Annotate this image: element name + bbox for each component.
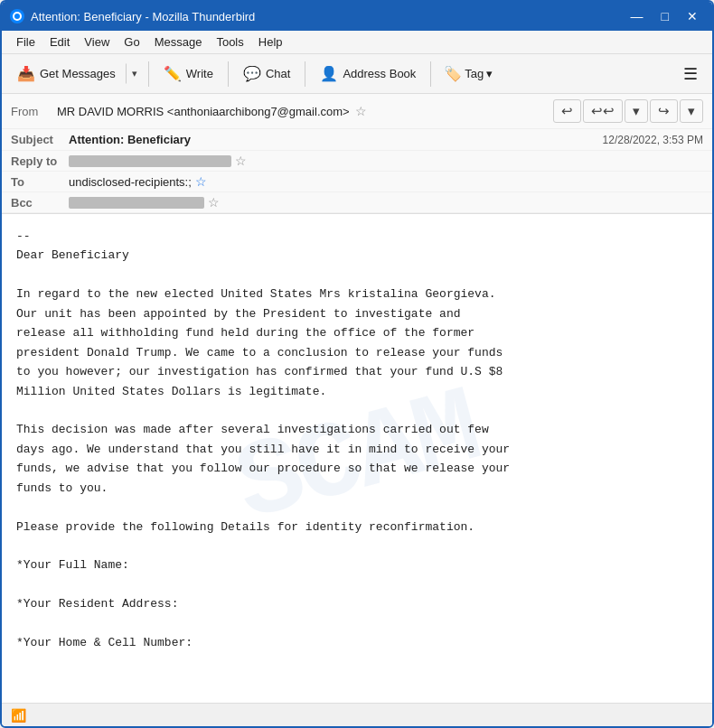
date-value: 12/28/2022, 3:53 PM [603,134,703,146]
menubar: File Edit View Go Message Tools Help [2,31,712,54]
email-header: From MR DAVID MORRIS <anthoniaarchibong7… [2,94,712,214]
write-label: Write [186,67,213,80]
get-messages-label: Get Messages [40,67,116,80]
write-button[interactable]: ✏️ Write [154,61,223,87]
svg-point-2 [14,14,20,19]
toolbar-sep-4 [430,61,431,87]
write-icon: ✏️ [164,65,182,82]
from-star-icon[interactable]: ☆ [355,104,367,118]
toolbar-sep-2 [228,61,229,87]
address-book-icon: 👤 [320,65,338,82]
tag-arrow: ▾ [486,67,493,80]
menu-help[interactable]: Help [251,33,290,51]
close-button[interactable]: ✕ [680,7,705,25]
menu-edit[interactable]: Edit [42,33,77,51]
menu-view[interactable]: View [77,33,117,51]
to-star-icon[interactable]: ☆ [195,174,207,189]
minimize-button[interactable]: — [624,7,651,25]
chat-button[interactable]: 💬 Chat [233,61,300,87]
toolbar: 📥 Get Messages ▾ ✏️ Write 💬 Chat 👤 Addre… [2,54,712,94]
thunderbird-icon [9,8,25,24]
toolbar-sep-1 [148,61,149,87]
signal-status-icon: 📶 [11,708,26,723]
email-body-scroll[interactable]: SCAM -- Dear Beneficiary In regard to th… [2,214,712,703]
to-label: To [11,175,65,189]
reply-to-label: Reply to [11,154,65,168]
window-controls: — □ ✕ [624,7,705,25]
restore-button[interactable]: □ [654,7,676,25]
address-book-label: Address Book [343,67,416,80]
address-book-button[interactable]: 👤 Address Book [310,61,426,87]
reply-button[interactable]: ↩ [553,99,581,123]
to-row: To undisclosed-recipients:; ☆ [2,172,712,192]
bcc-row: Bcc ☆ [2,192,712,213]
reply-to-star-icon[interactable]: ☆ [235,154,247,168]
to-value: undisclosed-recipients:; [69,175,192,189]
reply-actions: ↩ ↩↩ ▾ ↪ ▾ [553,99,703,123]
reply-to-row: Reply to ☆ [2,151,712,172]
subject-left: Subject Attention: Beneficiary [11,133,191,146]
menu-tools[interactable]: Tools [209,33,250,51]
get-messages-icon: 📥 [17,65,35,82]
from-row-container: From MR DAVID MORRIS <anthoniaarchibong7… [2,94,712,129]
from-row: From MR DAVID MORRIS <anthoniaarchibong7… [11,104,367,118]
titlebar-left: Attention: Beneficiary - Mozilla Thunder… [9,8,255,24]
chat-label: Chat [266,67,290,80]
main-window: Attention: Beneficiary - Mozilla Thunder… [0,0,714,728]
reply-to-blurred [69,155,231,167]
menu-go[interactable]: Go [117,33,146,51]
forward-dropdown-button[interactable]: ▾ [680,99,703,123]
hamburger-menu-button[interactable]: ☰ [674,61,707,88]
bcc-blurred [69,197,204,209]
forward-button[interactable]: ↪ [650,99,678,123]
email-body-text: -- Dear Beneficiary In regard to the new… [16,227,698,653]
tag-icon: 🏷️ [444,65,462,82]
get-messages-group: 📥 Get Messages ▾ [7,61,144,87]
subject-label: Subject [11,133,65,146]
tag-button[interactable]: 🏷️ Tag ▾ [436,61,501,87]
bcc-label: Bcc [11,196,65,210]
email-body-content: -- Dear Beneficiary In regard to the new… [16,227,698,653]
menu-message[interactable]: Message [147,33,210,51]
from-label: From [11,105,52,118]
bcc-star-icon[interactable]: ☆ [208,195,220,210]
subject-row: Subject Attention: Beneficiary 12/28/202… [2,129,712,151]
reply-dropdown-button[interactable]: ▾ [625,99,648,123]
tag-label: Tag [465,67,484,80]
from-value: MR DAVID MORRIS <anthoniaarchibong7@gmai… [57,105,350,118]
toolbar-sep-3 [305,61,305,87]
chat-icon: 💬 [243,65,261,82]
reply-all-button[interactable]: ↩↩ [583,99,623,123]
subject-value: Attention: Beneficiary [69,133,191,146]
email-body-container: SCAM -- Dear Beneficiary In regard to th… [2,214,712,703]
window-title: Attention: Beneficiary - Mozilla Thunder… [31,10,255,23]
statusbar: 📶 [2,703,712,726]
get-messages-button[interactable]: 📥 Get Messages [7,61,126,87]
menu-file[interactable]: File [9,33,42,51]
titlebar: Attention: Beneficiary - Mozilla Thunder… [2,2,712,31]
get-messages-dropdown-button[interactable]: ▾ [126,63,144,84]
